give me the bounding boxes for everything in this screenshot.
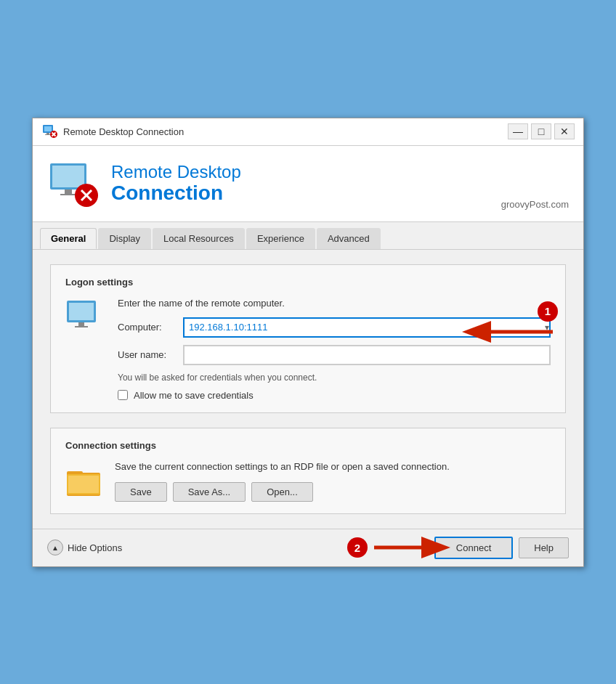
logon-settings-section: Logon settings Enter the name of the rem… (50, 264, 566, 413)
footer-left: ▲ Hide Options (47, 540, 122, 555)
close-button[interactable]: ✕ (554, 123, 575, 139)
title-bar-left: Remote Desktop Connection (41, 123, 184, 139)
logon-section-title: Logon settings (65, 277, 551, 288)
svg-rect-2 (46, 133, 49, 134)
svg-rect-16 (78, 322, 84, 326)
header-text-block: Remote Desktop Connection (111, 162, 241, 205)
help-button[interactable]: Help (519, 537, 569, 558)
maximize-button[interactable]: □ (531, 123, 551, 139)
logon-fields: Enter the name of the remote computer. C… (118, 298, 551, 401)
remote-desktop-window: Remote Desktop Connection — □ ✕ Remote D… (32, 118, 584, 567)
svg-rect-17 (75, 326, 88, 327)
annotation-badge-2: 2 (347, 537, 368, 558)
svg-rect-3 (45, 134, 51, 135)
logon-description: Enter the name of the remote computer. (118, 298, 551, 309)
username-label: User name: (118, 349, 183, 360)
connect-button[interactable]: Connect (434, 537, 513, 559)
save-credentials-checkbox[interactable] (118, 390, 128, 400)
username-input[interactable] (183, 345, 551, 365)
connection-button-row: Save Save As... Open... (115, 482, 551, 502)
computer-label: Computer: (118, 322, 183, 333)
watermark: groovyPost.com (501, 199, 569, 210)
logon-computer-icon (65, 298, 106, 338)
connection-description: Save the current connection settings to … (115, 461, 551, 472)
tab-local-resources[interactable]: Local Resources (153, 228, 245, 249)
tab-display[interactable]: Display (98, 228, 151, 249)
username-field-row: User name: (118, 345, 551, 365)
svg-rect-22 (68, 476, 99, 493)
header-title-top: Remote Desktop (111, 162, 241, 182)
header-icon (47, 158, 100, 210)
save-credentials-label: Allow me to save credentials (134, 390, 254, 401)
footer: ▲ Hide Options 2 Connect Help (33, 529, 583, 566)
save-button[interactable]: Save (115, 482, 167, 502)
connection-inner: Save the current connection settings to … (65, 461, 551, 502)
tab-experience[interactable]: Experience (246, 228, 315, 249)
window-title: Remote Desktop Connection (63, 126, 184, 137)
hide-options-button[interactable]: ▲ Hide Options (47, 540, 122, 555)
header-title-bottom: Connection (111, 182, 241, 205)
minimize-button[interactable]: — (508, 123, 528, 139)
logon-inner: Enter the name of the remote computer. C… (65, 298, 551, 401)
tab-advanced[interactable]: Advanced (317, 228, 381, 249)
title-bar-controls: — □ ✕ (508, 123, 575, 139)
header-left: Remote Desktop Connection (47, 158, 241, 210)
save-credentials-row: Allow me to save credentials (118, 390, 551, 401)
save-as-button[interactable]: Save As... (173, 482, 246, 502)
computer-input[interactable] (183, 317, 551, 338)
header-area: Remote Desktop Connection groovyPost.com (33, 146, 583, 222)
computer-field-row: Computer: ▾ (118, 317, 551, 338)
main-content: Logon settings Enter the name of the rem… (33, 250, 583, 529)
open-button[interactable]: Open... (251, 482, 313, 502)
svg-rect-15 (69, 303, 94, 320)
app-icon (41, 123, 57, 139)
footer-right: 2 Connect Help (434, 537, 569, 559)
svg-rect-9 (65, 190, 72, 194)
connection-folder-icon (65, 461, 103, 499)
computer-input-wrap[interactable]: ▾ (183, 317, 551, 338)
connection-section-title: Connection settings (65, 440, 551, 451)
chevron-up-icon: ▲ (47, 540, 63, 555)
tab-bar: General Display Local Resources Experien… (33, 222, 583, 250)
title-bar: Remote Desktop Connection — □ ✕ (33, 118, 583, 146)
connection-fields: Save the current connection settings to … (115, 461, 551, 502)
connection-settings-section: Connection settings Save the current con… (50, 428, 566, 514)
computer-field-wrapper: Computer: ▾ 1 (118, 317, 551, 338)
svg-rect-1 (44, 126, 52, 131)
credentials-hint: You will be asked for credentials when y… (118, 372, 551, 383)
username-input-wrap[interactable] (183, 345, 551, 365)
tab-general[interactable]: General (40, 228, 97, 249)
svg-rect-8 (52, 166, 84, 187)
svg-rect-10 (60, 194, 76, 195)
